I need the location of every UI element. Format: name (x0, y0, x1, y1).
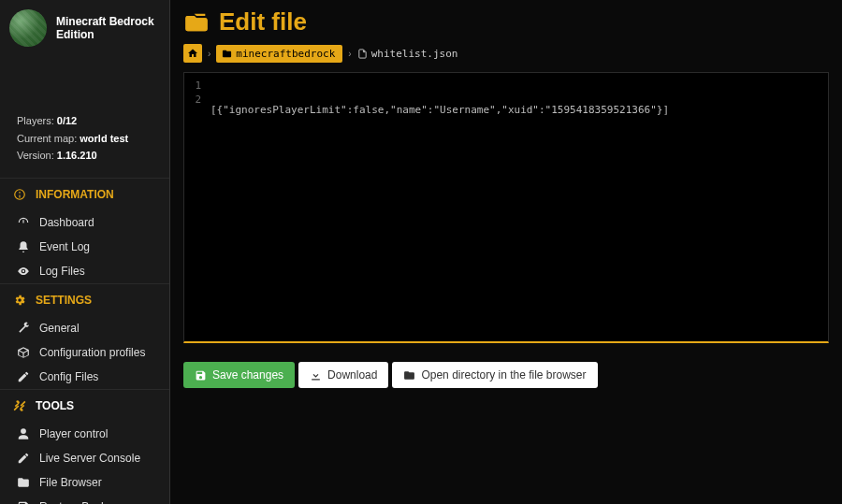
nav-item-label: Restore Backup (39, 500, 119, 504)
user-icon (17, 427, 30, 440)
file-icon (357, 49, 368, 59)
nav-item-file-browser[interactable]: File Browser (0, 470, 169, 495)
nav-item-live-console[interactable]: Live Server Console (0, 446, 169, 470)
breadcrumb-folder-label: minecraftbedrock (236, 48, 335, 60)
eye-icon (17, 265, 30, 278)
save-icon (195, 369, 207, 382)
folder-open-icon (183, 9, 210, 36)
breadcrumb-file: whitelist.json (357, 48, 458, 60)
nav-section-information: INFORMATION Dashboard Event Log Log File… (0, 179, 169, 284)
breadcrumb-file-label: whitelist.json (371, 48, 458, 60)
sidebar: Minecraft Bedrock Edition Players: 0/12 … (0, 0, 170, 504)
nav-item-general[interactable]: General (0, 316, 169, 340)
bell-icon (17, 240, 30, 253)
save-icon (17, 500, 30, 504)
nav-item-player-control[interactable]: Player control (0, 422, 169, 446)
chevron-right-icon: › (208, 49, 210, 59)
nav-heading-text: SETTINGS (36, 294, 92, 307)
button-label: Download (327, 368, 377, 382)
main-content: Edit file › minecraftbedrock › whitelist… (170, 0, 842, 504)
wrench-icon (17, 322, 30, 335)
action-bar: Save changes Download Open directory in … (183, 362, 829, 388)
nav-heading-settings: SETTINGS (0, 284, 169, 316)
editor-code[interactable]: [{"ignoresPlayerLimit":false,"name":"Use… (207, 73, 828, 341)
breadcrumb-home[interactable] (183, 44, 202, 63)
nav-heading-text: INFORMATION (36, 188, 114, 201)
nav-item-event-log[interactable]: Event Log (0, 235, 169, 259)
code-line: [{"ignoresPlayerLimit":false,"name":"Use… (210, 103, 820, 117)
breadcrumb-folder[interactable]: minecraftbedrock (216, 45, 342, 63)
tools-icon (13, 399, 26, 412)
nav-item-log-files[interactable]: Log Files (0, 259, 169, 283)
server-name: Minecraft Bedrock Edition (56, 15, 160, 41)
server-logo (9, 9, 47, 47)
nav-item-label: Dashboard (39, 216, 94, 229)
info-icon (13, 188, 26, 201)
version-value: 1.16.210 (57, 150, 97, 161)
button-label: Save changes (212, 368, 283, 382)
chevron-right-icon: › (348, 49, 351, 59)
nav-item-label: Live Server Console (39, 452, 140, 465)
nav-heading-information: INFORMATION (0, 179, 169, 210)
map-value: world test (80, 133, 128, 144)
nav-section-settings: SETTINGS General Configuration profiles … (0, 284, 169, 390)
box-icon (17, 346, 30, 359)
open-directory-button[interactable]: Open directory in the file browser (392, 362, 597, 388)
folder-icon (17, 476, 30, 489)
nav-item-label: Player control (39, 427, 108, 440)
line-number: 1 (184, 79, 201, 93)
breadcrumb: › minecraftbedrock › whitelist.json (183, 44, 829, 63)
code-editor[interactable]: 1 2 [{"ignoresPlayerLimit":false,"name":… (183, 72, 829, 343)
server-stats: Players: 0/12 Current map: world test Ve… (0, 112, 169, 179)
nav-item-label: File Browser (39, 476, 102, 489)
server-header: Minecraft Bedrock Edition (0, 0, 169, 56)
nav-item-label: Log Files (39, 265, 85, 278)
folder-icon (403, 369, 415, 382)
nav-heading-text: TOOLS (36, 399, 74, 412)
download-button[interactable]: Download (298, 362, 388, 388)
gears-icon (13, 294, 26, 307)
map-label: Current map: (17, 133, 77, 144)
line-number: 2 (184, 93, 201, 107)
nav-item-config-files[interactable]: Config Files (0, 365, 169, 389)
gauge-icon (17, 216, 30, 229)
nav-item-dashboard[interactable]: Dashboard (0, 210, 169, 235)
nav-item-restore-backup[interactable]: Restore Backup (0, 495, 169, 504)
players-value: 0/12 (57, 115, 77, 126)
nav-item-label: General (39, 322, 80, 335)
save-button[interactable]: Save changes (183, 362, 295, 388)
players-label: Players: (17, 115, 54, 126)
folder-icon (222, 49, 232, 59)
nav-item-label: Event Log (39, 240, 90, 253)
nav-section-tools: TOOLS Player control Live Server Console… (0, 390, 169, 504)
page-title: Edit file (183, 7, 829, 36)
nav-heading-tools: TOOLS (0, 390, 169, 422)
nav-item-config-profiles[interactable]: Configuration profiles (0, 340, 169, 365)
button-label: Open directory in the file browser (421, 368, 586, 382)
nav-item-label: Config Files (39, 370, 98, 383)
nav-item-label: Configuration profiles (39, 346, 145, 359)
page-title-text: Edit file (219, 7, 307, 36)
editor-gutter: 1 2 (184, 73, 207, 341)
edit-icon (17, 370, 30, 383)
version-label: Version: (17, 150, 54, 161)
edit-icon (17, 452, 30, 465)
download-icon (310, 369, 322, 382)
